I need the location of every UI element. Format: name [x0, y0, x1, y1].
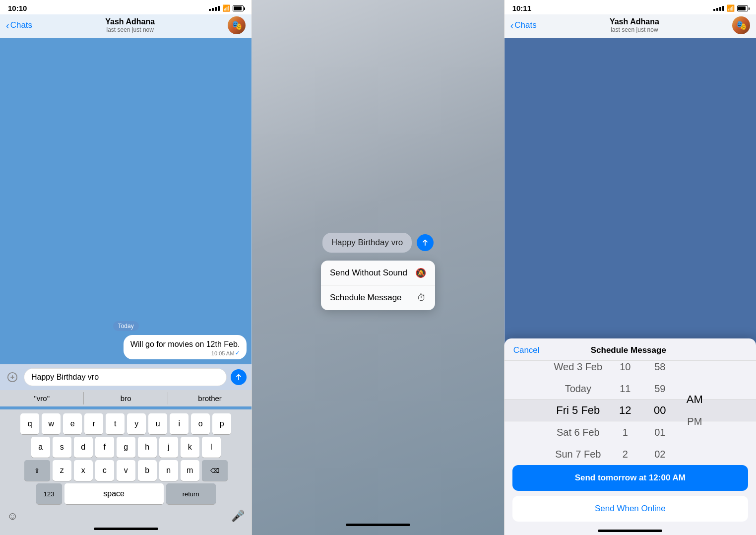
picker-hour-3: 12 [608, 400, 642, 421]
key-c[interactable]: c [95, 460, 114, 481]
key-o[interactable]: o [191, 413, 210, 434]
key-d[interactable]: d [74, 437, 93, 458]
nav-center-1: Yash Adhana last seen just now [105, 17, 155, 33]
picker-hour-1: 10 [608, 361, 642, 378]
status-bar-1: 10:10 📶 [0, 0, 252, 14]
last-seen-1: last seen just now [105, 26, 155, 33]
key-k[interactable]: k [181, 437, 199, 458]
avatar-1[interactable]: 🎭 [228, 16, 246, 34]
schedule-icon: ⏱ [417, 293, 426, 303]
emoji-icon[interactable]: ☺ [7, 510, 18, 523]
picker-date-col[interactable]: Tue 2 Feb Wed 3 Feb Today Fri 5 Feb Sat … [548, 361, 608, 460]
keyboard-row-3: ⇧ z x c v b n m ⌫ [2, 460, 250, 481]
key-i[interactable]: i [170, 413, 189, 434]
sheet-title: Schedule Message [591, 345, 666, 355]
message-bubble-2: Happy Birthday vro [322, 233, 412, 253]
key-s[interactable]: s [53, 437, 71, 458]
attach-button[interactable] [5, 370, 20, 385]
back-label-1[interactable]: Chats [10, 20, 32, 30]
key-space[interactable]: space [64, 483, 164, 504]
panel-2-top [252, 0, 504, 27]
key-q[interactable]: q [20, 413, 39, 434]
key-b[interactable]: b [138, 460, 157, 481]
panel-2-bottom [252, 515, 504, 535]
autocorrect-item-2[interactable]: brother [168, 392, 252, 404]
picker-date-4: Sat 6 Feb [548, 421, 608, 443]
send-button-1[interactable] [231, 369, 247, 385]
avatar-3[interactable]: 🎭 [732, 16, 750, 34]
back-button-3[interactable]: ‹ Chats [510, 20, 537, 31]
context-menu-label-0: Send Without Sound [330, 268, 407, 278]
send-button-2[interactable] [417, 234, 434, 251]
key-e[interactable]: e [63, 413, 82, 434]
status-icons-3: 📶 [713, 4, 748, 12]
key-l[interactable]: l [202, 437, 221, 458]
panel-3: 10:11 📶 ‹ Chats Yash Adhana last seen ju… [504, 0, 756, 535]
key-g[interactable]: g [117, 437, 135, 458]
schedule-sheet: Cancel Schedule Message Tue 2 Feb Wed 3 … [504, 338, 756, 535]
picker-date-1: Wed 3 Feb [548, 361, 608, 378]
key-p[interactable]: p [212, 413, 231, 434]
home-indicator-3 [598, 530, 662, 532]
send-tomorrow-button[interactable]: Send tomorrow at 12:00 AM [512, 465, 748, 491]
key-m[interactable]: m [181, 460, 199, 481]
context-menu: Send Without Sound 🔕 Schedule Message ⏱ [321, 261, 435, 310]
status-bar-3: 10:11 📶 [504, 0, 756, 14]
key-u[interactable]: u [148, 413, 167, 434]
key-n[interactable]: n [159, 460, 178, 481]
autocorrect-item-0[interactable]: "vro" [0, 392, 84, 404]
picker-min-1: 58 [642, 361, 677, 378]
cancel-button[interactable]: Cancel [513, 345, 540, 355]
picker-ampm-col[interactable]: AM PM [677, 361, 712, 460]
battery-icon [233, 5, 244, 11]
key-v[interactable]: v [117, 460, 135, 481]
checkmark-icon: ✓ [235, 350, 240, 356]
context-menu-item-1[interactable]: Schedule Message ⏱ [321, 286, 435, 310]
time-1: 10:10 [8, 4, 27, 12]
panel-2-chat-area: Happy Birthday vro Send Without Sound 🔕 … [252, 27, 504, 515]
wifi-icon-3: 📶 [727, 4, 735, 12]
picker-hour-4: 1 [608, 421, 642, 443]
context-menu-item-0[interactable]: Send Without Sound 🔕 [321, 261, 435, 286]
date-time-picker[interactable]: Tue 2 Feb Wed 3 Feb Today Fri 5 Feb Sat … [504, 361, 756, 460]
picker-hour-5: 2 [608, 443, 642, 460]
nav-bar-1: ‹ Chats Yash Adhana last seen just now 🎭 [0, 14, 252, 38]
picker-date-5: Sun 7 Feb [548, 443, 608, 460]
message-input[interactable]: Happy Birthday vro [24, 368, 227, 386]
key-z[interactable]: z [53, 460, 71, 481]
picker-date-2: Today [548, 378, 608, 400]
key-h[interactable]: h [138, 437, 157, 458]
chevron-left-icon-3: ‹ [510, 20, 514, 31]
mic-icon[interactable]: 🎤 [231, 510, 245, 523]
keyboard-bottom: ☺ 🎤 [2, 507, 250, 526]
key-x[interactable]: x [74, 460, 93, 481]
signal-icon [209, 6, 220, 11]
picker-hour-col[interactable]: 9 10 11 12 1 2 3 [608, 361, 642, 460]
message-text-1: Will go for movies on 12th Feb. [130, 340, 240, 349]
key-j[interactable]: j [159, 437, 178, 458]
last-seen-3: last seen just now [610, 26, 659, 33]
key-t[interactable]: t [106, 413, 125, 434]
key-delete[interactable]: ⌫ [202, 460, 228, 481]
key-123[interactable]: 123 [36, 483, 62, 504]
picker-min-col[interactable]: 57 58 59 00 01 02 03 [642, 361, 677, 460]
key-shift[interactable]: ⇧ [24, 460, 50, 481]
key-a[interactable]: a [31, 437, 50, 458]
back-label-3[interactable]: Chats [514, 20, 536, 30]
wifi-icon: 📶 [222, 4, 230, 12]
back-button-1[interactable]: ‹ Chats [6, 20, 32, 31]
send-online-button[interactable]: Send When Online [512, 496, 748, 522]
message-row-2: Happy Birthday vro [322, 233, 434, 253]
nav-bar-3: ‹ Chats Yash Adhana last seen just now 🎭 [504, 14, 756, 38]
time-3: 10:11 [512, 4, 531, 12]
keyboard-row-2: a s d f g h j k l [2, 437, 250, 458]
key-return[interactable]: return [166, 483, 216, 504]
autocorrect-item-1[interactable]: bro [84, 392, 168, 404]
key-y[interactable]: y [127, 413, 146, 434]
picker-pm: PM [677, 410, 712, 432]
contact-name-3: Yash Adhana [610, 17, 659, 26]
key-f[interactable]: f [95, 437, 114, 458]
key-w[interactable]: w [42, 413, 61, 434]
autocorrect-bar: "vro" bro brother [0, 390, 252, 406]
key-r[interactable]: r [84, 413, 103, 434]
